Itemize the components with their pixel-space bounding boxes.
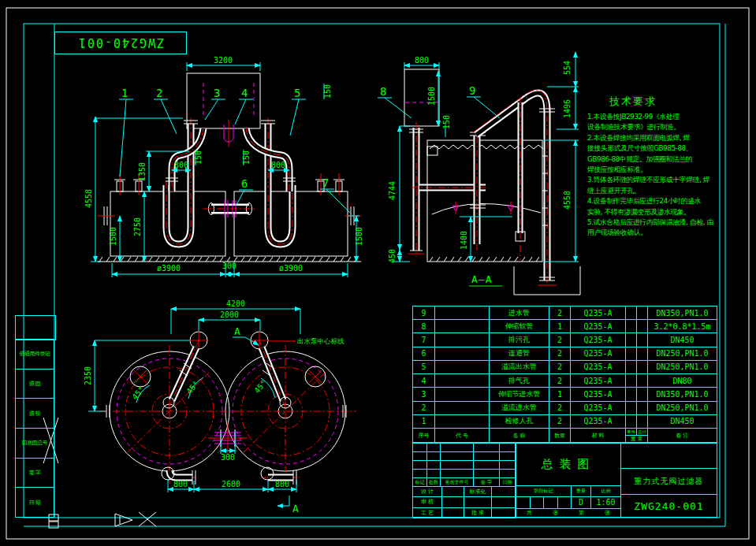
plot-mark-triangle [115, 514, 132, 526]
left-strip-empty-box [15, 315, 56, 340]
drawing-sheet: 3200 1350 2750 4558 1500 1500 800 800 15… [0, 0, 756, 546]
dim-label: 300 [221, 453, 235, 462]
cell-name: 排污孔 [490, 333, 549, 347]
dim-label: 150 [323, 84, 332, 98]
parts-table-rows: 9 进水管 2 Q235-A DN350,PN1.0 8 伸缩软管 1 Q235… [413, 306, 717, 429]
cell-seq: 1 [413, 415, 435, 429]
strip-borrow-label: 借通用件登记 [16, 340, 54, 370]
cell-name: 伸缩软管 [490, 320, 549, 333]
table-row: 8 伸缩软管 1 Q235-A 3.2*0.8*1.5m [413, 320, 717, 333]
cell-qty: 2 [549, 374, 571, 388]
stage-mark-label: 阶段标记 [516, 486, 572, 496]
strip-proof-label: 描 校 [16, 399, 54, 429]
header-total: 总计 [637, 429, 647, 435]
cell-total-weight [637, 347, 648, 361]
tech-line: 2.本设备焊接均采用双面电弧焊, 焊 [587, 133, 721, 143]
cell-qty: 2 [549, 402, 571, 415]
cell-remark: DN80 [648, 374, 717, 388]
strip-date-label: 日 期 [16, 488, 54, 517]
dim-label: 800 [271, 161, 285, 169]
cell-name: 检修人孔 [490, 415, 549, 429]
header-weight: 重 量 [631, 436, 642, 442]
cell-code [435, 320, 490, 333]
tech-line: 5.试水合格后应进行内部保温油漆, 自检, 由 [587, 217, 721, 228]
header-name: 名 称 [490, 429, 549, 442]
cell-code [435, 374, 490, 388]
cell-total-weight [637, 361, 648, 374]
process-label: 工 艺 [413, 508, 442, 518]
side-view-aa: 800 1500 150 554 1496 4558 4744 450 1400… [378, 52, 580, 295]
cell-seq: 6 [413, 347, 435, 361]
note-label: 出水泵中心标线 [297, 337, 344, 345]
table-row: 2 溢流进水管 2 Q235-A DN250,PN1.0 [413, 402, 717, 415]
header-seq: 序号 [413, 429, 435, 442]
title-right: 重力式无阀过滤器 ZWG240-001 [621, 444, 717, 517]
table-row: 4 排气孔 2 Q235-A DN80 [413, 374, 717, 388]
cell-seq: 7 [413, 333, 435, 347]
header-qty: 数量 [549, 429, 571, 442]
weight-label: 重量 [572, 486, 591, 496]
change-mark-label: 标记 [413, 478, 427, 487]
dim-label: 150 [194, 150, 203, 165]
section-arrow-a-top: A [234, 325, 241, 337]
standard-label: 标准化 [464, 487, 492, 497]
header-remark: 备 注 [648, 429, 717, 442]
scale-value: 1:60 [591, 497, 620, 508]
tech-line: 接接头形式及尺寸按照GB985-88、 [587, 143, 721, 154]
design-label: 设 计 [413, 487, 442, 497]
cell-name: 排气孔 [490, 374, 549, 388]
check-label: 审 核 [413, 497, 442, 507]
cell-unit-weight [626, 333, 637, 347]
dim-label: 4558 [563, 191, 572, 210]
cell-material: Q235-A [571, 320, 626, 333]
angle-label: 45° [252, 378, 268, 395]
balloon-9: 9 [469, 84, 475, 97]
dim-label: 150 [242, 150, 251, 165]
drawing-type: 总装图 [516, 444, 620, 486]
tech-line: GB986-88中规定。加强圈和法兰的 [587, 154, 721, 165]
table-row: 3 伸缩节进水管 1 Q235-A DN350,PN1.0 [413, 388, 717, 401]
strip-trace-label: 描 图 [16, 370, 54, 399]
balloon-8: 8 [380, 85, 386, 98]
cell-remark: DN350,PN1.0 [648, 388, 717, 401]
cell-unit-weight [626, 320, 637, 333]
cell-qty: 2 [549, 347, 571, 361]
dim-label: 800 [174, 161, 188, 169]
cell-qty: 1 [549, 320, 571, 333]
cell-seq: 9 [413, 306, 435, 320]
cell-qty: 2 [549, 361, 571, 374]
cell-total-weight [637, 402, 648, 415]
tech-line: 设备制造技术要求》进行制造。 [587, 122, 721, 132]
tech-line: 用户现场验收确认。 [587, 228, 721, 238]
signature-block: 设 计 标准化 审 核 工 艺 批 准 [413, 487, 516, 518]
page-unit-label: 张 [605, 509, 610, 517]
table-row: 1 检修人孔 2 Q235-A DN450 [413, 415, 717, 429]
change-doc-label: 更改文件号 [441, 478, 474, 487]
cell-code [435, 306, 490, 320]
cell-qty: 2 [549, 333, 571, 347]
cell-name: 进水管 [490, 306, 549, 320]
tech-line: 4.设备制作完毕后应进行24小时的盛水 [587, 196, 721, 206]
cell-code [435, 347, 490, 361]
dim-label: 1500 [427, 87, 436, 106]
cell-seq: 3 [413, 388, 435, 401]
header-weight-group: 单件 总计 重 量 [626, 429, 648, 442]
cell-unit-weight [626, 402, 637, 415]
cell-total-weight [637, 333, 648, 347]
product-name: 重力式无阀过滤器 [621, 469, 717, 495]
page-label: 第 [579, 509, 584, 517]
balloon-2: 2 [156, 87, 162, 99]
change-count-label: 处数 [427, 478, 441, 487]
parts-table-header: 序号 代 号 名 称 数量 材 料 单件 总计 重 量 备 注 [413, 429, 717, 442]
approve-label: 批 准 [464, 508, 492, 518]
cell-material: Q235-A [571, 374, 626, 388]
header-code: 代 号 [435, 429, 490, 442]
change-record: 标记 处数 更改文件号 签 字 日期 设 计 标准化 审 核 工 艺 批 准 [413, 444, 516, 517]
cell-total-weight [637, 306, 648, 320]
cell-remark: DN250,PN1.0 [648, 347, 717, 361]
table-row: 7 排污孔 2 Q235-A DN450 [413, 333, 717, 347]
dim-label: 4200 [226, 299, 245, 308]
parts-table: 9 进水管 2 Q235-A DN350,PN1.0 8 伸缩软管 1 Q235… [412, 306, 717, 443]
section-label-aa: A—A [471, 273, 492, 285]
dim-label: 1500 [355, 227, 363, 246]
